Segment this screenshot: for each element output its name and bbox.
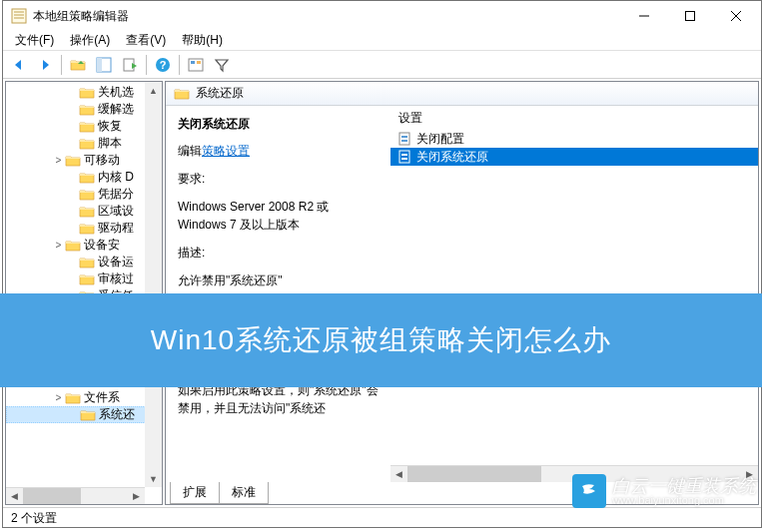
forward-icon [37,57,53,73]
scroll-up-button[interactable]: ▲ [145,82,162,99]
folder-icon [65,239,81,253]
tree-item[interactable]: 内核 D [6,169,162,186]
tree-item[interactable]: >文件系 [6,389,162,406]
tree-item[interactable]: >设备安 [6,237,162,254]
tree-item-label: 可移动 [84,152,120,169]
folder-icon [79,272,95,286]
forward-button[interactable] [33,53,57,77]
maximize-icon [685,11,695,21]
tree-item[interactable]: >可移动 [6,152,162,169]
watermark-logo [572,474,606,508]
close-button[interactable] [713,1,759,31]
settings-list-item[interactable]: 关闭系统还原 [390,148,758,166]
folder-icon [79,256,95,269]
scroll-left-button[interactable]: ◀ [390,466,407,483]
tree-item[interactable]: 凭据分 [6,186,162,203]
watermark: 白云一键重装系统 www.baiyunxitong.com [572,474,756,508]
svg-rect-15 [197,61,201,64]
tree-item-label: 脚本 [98,135,122,152]
svg-text:?: ? [160,59,167,71]
settings-column-label: 设置 [398,110,422,127]
tree-item[interactable]: 驱动程 [6,220,162,237]
tree-item[interactable]: 区域设 [6,203,162,220]
tree-item-label: 内核 D [98,169,134,186]
requirements-text: Windows Server 2008 R2 或 Windows 7 及以上版本 [178,198,379,234]
tree-item[interactable]: 关机选 [6,84,162,101]
edit-policy-link[interactable]: 策略设置 [202,144,250,158]
tree-item[interactable]: 脚本 [6,135,162,152]
template-button[interactable] [184,53,208,77]
svg-rect-5 [686,12,695,21]
window-title: 本地组策略编辑器 [33,8,621,25]
folder-icon [79,188,95,202]
list-item-label: 关闭配置 [416,131,464,148]
tree-item-label: 凭据分 [98,186,134,203]
toolbar: ? [3,51,761,79]
tree-item[interactable]: 恢复 [6,118,162,135]
tree-item-label: 审核过 [98,270,134,287]
app-icon [11,8,27,24]
main-window: 本地组策略编辑器 文件(F) 操作(A) 查看(V) 帮助(H) ? 关 [2,0,762,528]
up-folder-button[interactable] [66,53,90,77]
export-icon [122,57,138,73]
tree-item[interactable]: 缓解选 [6,101,162,118]
menu-file[interactable]: 文件(F) [7,30,62,51]
scroll-right-button[interactable]: ▶ [128,488,145,505]
tree-item-label: 区域设 [98,203,134,220]
help-button[interactable]: ? [151,53,175,77]
banner-text: Win10系统还原被组策略关闭怎么办 [151,321,611,359]
scroll-left-button[interactable]: ◀ [6,488,23,505]
filter-button[interactable] [210,53,234,77]
settings-list-header[interactable]: 设置 [390,106,758,130]
tree-item[interactable]: 审核过 [6,270,162,287]
settings-list-item[interactable]: 关闭配置 [390,130,758,148]
folder-icon [80,408,96,422]
close-icon [731,11,741,21]
scroll-down-button[interactable]: ▼ [145,470,162,487]
tree-item-label: 驱动程 [98,220,134,237]
description-label: 描述: [178,244,379,262]
toolbar-separator [179,55,180,75]
minimize-button[interactable] [621,1,667,31]
menu-view[interactable]: 查看(V) [118,30,174,51]
toolbar-separator [61,55,62,75]
folder-icon [79,137,95,151]
expand-icon[interactable]: > [52,392,65,403]
svg-rect-18 [401,140,407,142]
maximize-button[interactable] [667,1,713,31]
svg-rect-13 [189,59,203,71]
bird-icon [579,481,599,501]
description-text-1: 允许禁用"系统还原" [178,271,379,289]
overlay-banner: Win10系统还原被组策略关闭怎么办 [0,293,762,387]
tree-item[interactable]: 系统还 [6,406,162,423]
svg-rect-19 [399,151,409,163]
tree-item-label: 设备安 [84,237,120,254]
expand-icon[interactable]: > [52,155,65,166]
tab-standard[interactable]: 标准 [219,482,269,504]
folder-icon [79,103,95,117]
tree-horizontal-scrollbar[interactable]: ◀ ▶ [6,487,145,504]
back-button[interactable] [7,53,31,77]
status-text: 2 个设置 [11,510,57,527]
edit-policy-row: 编辑策略设置 [178,143,379,160]
menubar: 文件(F) 操作(A) 查看(V) 帮助(H) [3,31,761,51]
template-icon [188,57,204,73]
export-button[interactable] [118,53,142,77]
svg-rect-16 [399,133,409,145]
folder-icon [79,205,95,219]
tree-item-label: 缓解选 [98,101,134,118]
tree-item[interactable]: 设备运 [6,254,162,270]
tree-vertical-scrollbar[interactable]: ▲ ▼ [145,82,162,487]
show-hide-tree-button[interactable] [92,53,116,77]
menu-action[interactable]: 操作(A) [62,30,118,51]
menu-help[interactable]: 帮助(H) [174,30,231,51]
policy-icon [396,149,412,165]
description-title: 关闭系统还原 [178,116,379,133]
statusbar: 2 个设置 [3,507,761,529]
tab-extended[interactable]: 扩展 [170,482,220,504]
expand-icon[interactable]: > [52,240,65,251]
tree-item-label: 恢复 [98,118,122,135]
watermark-text: 白云一键重装系统 www.baiyunxitong.com [612,477,756,506]
policy-icon [396,131,412,147]
folder-icon [79,171,95,185]
